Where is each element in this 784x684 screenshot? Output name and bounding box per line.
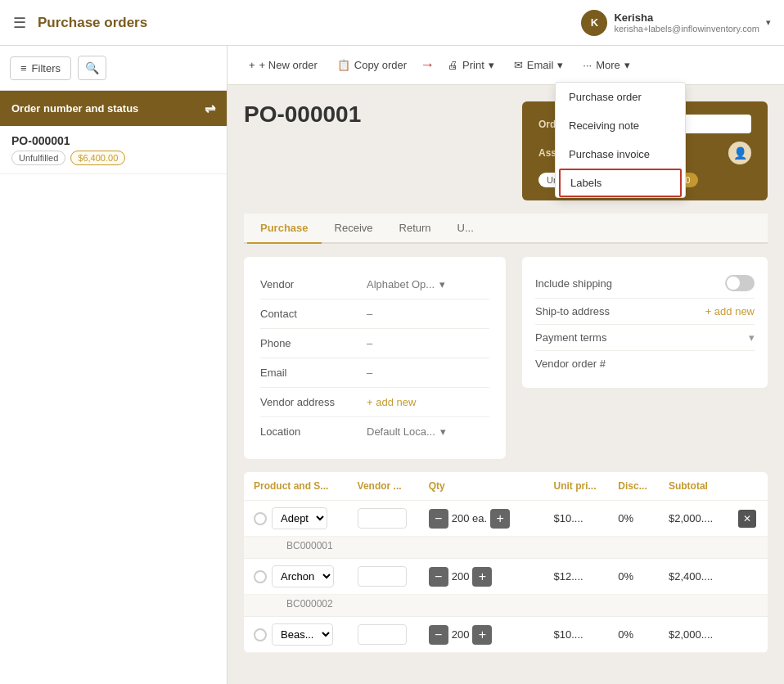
- vendor-sku-input[interactable]: [358, 624, 407, 645]
- vendor-order-row: Vendor order #: [535, 351, 755, 376]
- side-info: Include shipping Ship-to address + add n…: [522, 257, 768, 459]
- search-button[interactable]: 🔍: [78, 56, 106, 80]
- unit-price: $10....: [544, 501, 609, 537]
- vendor-label: Vendor: [260, 278, 367, 290]
- info-card: Include shipping Ship-to address + add n…: [522, 257, 768, 388]
- tabs-bar: Purchase Receive Return U...: [244, 214, 768, 244]
- vendor-address-value: + add new: [367, 396, 489, 408]
- discount: 0%: [608, 559, 659, 595]
- dropdown-item-label: Purchase invoice: [569, 148, 650, 160]
- filter-button[interactable]: ≡ Filters: [10, 56, 71, 80]
- include-shipping-toggle[interactable]: [725, 275, 755, 291]
- table-sub-row: BC000001: [244, 537, 768, 559]
- search-icon: 🔍: [85, 61, 99, 74]
- assigned-avatar[interactable]: 👤: [728, 142, 751, 164]
- product-select[interactable]: Adept: [272, 507, 327, 529]
- email-value: –: [367, 367, 489, 379]
- tab-purchase[interactable]: Purchase: [247, 214, 322, 244]
- dropdown-item-label: Purchase order: [569, 91, 642, 103]
- phone-label: Phone: [260, 337, 367, 349]
- vendor-address-add-new[interactable]: + add new: [367, 396, 416, 408]
- location-value: Default Loca... ▾: [367, 425, 489, 438]
- vendor-value: Alphabet Op... ▾: [367, 278, 489, 290]
- qty-decrease-button[interactable]: −: [429, 509, 448, 529]
- product-radio[interactable]: [254, 570, 267, 583]
- dropdown-item-purchase-order[interactable]: Purchase order: [556, 83, 685, 111]
- tab-return[interactable]: Return: [386, 214, 444, 244]
- email-button[interactable]: ✉ Email ▾: [506, 54, 572, 76]
- qty-value: 200 ea.: [452, 512, 487, 524]
- status-badge-amount: $6,400.00: [70, 151, 125, 165]
- avatar: K: [581, 10, 607, 36]
- qty-increase-button[interactable]: +: [490, 509, 510, 529]
- dropdown-item-purchase-invoice[interactable]: Purchase invoice: [556, 140, 685, 169]
- copy-order-button[interactable]: 📋 Copy order: [329, 54, 415, 76]
- dropdown-item-receiving-note[interactable]: Receiving note: [556, 111, 685, 140]
- payment-terms-chevron-icon[interactable]: ▾: [749, 331, 755, 344]
- subtotal: $2,000....: [659, 501, 725, 537]
- tab-u[interactable]: U...: [444, 214, 487, 244]
- new-order-button[interactable]: + + New order: [241, 54, 326, 76]
- sidebar-header-label: Order number and status: [11, 102, 138, 115]
- product-radio[interactable]: [254, 512, 267, 525]
- vendor-sku-input[interactable]: [358, 566, 407, 587]
- unit-price: $12....: [544, 559, 609, 595]
- vendor-address-row: Vendor address + add new: [260, 388, 489, 417]
- more-button[interactable]: ··· More ▾: [574, 54, 638, 76]
- ship-to-add-new[interactable]: + add new: [705, 305, 755, 317]
- location-label: Location: [260, 425, 367, 438]
- hamburger-menu[interactable]: ☰: [13, 14, 26, 32]
- top-nav: ☰ Purchase orders K Kerisha kerisha+labe…: [0, 0, 784, 46]
- dropdown-item-labels[interactable]: Labels: [559, 169, 682, 197]
- col-qty: Qty: [419, 472, 524, 501]
- plus-icon: +: [249, 59, 255, 71]
- sidebar-item[interactable]: PO-000001 Unfulfilled $6,400.00: [0, 126, 227, 174]
- qty-value: 200: [452, 570, 470, 583]
- unit-price: $10....: [544, 617, 609, 653]
- product-sku: BC000001: [244, 537, 768, 559]
- user-menu[interactable]: K Kerisha kerisha+labels@inflowinventory…: [581, 10, 771, 36]
- product-select[interactable]: Beas...: [272, 623, 333, 646]
- table-header-row: Product and S... Vendor ... Qty Unit pri…: [244, 472, 768, 501]
- col-discount: Disc...: [608, 472, 659, 501]
- vendor-row: Vendor Alphabet Op... ▾: [260, 270, 489, 299]
- new-order-label: + New order: [259, 59, 318, 71]
- print-button[interactable]: 🖨 Print ▾: [439, 54, 502, 76]
- col-product: Product and S...: [244, 472, 348, 501]
- sidebar-toolbar: ≡ Filters 🔍: [0, 46, 227, 91]
- status-badge-unfulfilled: Unfulfilled: [11, 151, 65, 165]
- dropdown-item-label: Receiving note: [569, 119, 639, 132]
- include-shipping-label: Include shipping: [535, 277, 612, 290]
- qty-increase-button[interactable]: +: [472, 567, 492, 587]
- print-dropdown: Purchase order Receiving note Purchase i…: [555, 82, 686, 198]
- po-content: PO-000001 Order date Assigned to 👤 Unful…: [228, 85, 784, 684]
- table-sub-row: BC000002: [244, 595, 768, 617]
- qty-increase-button[interactable]: +: [472, 625, 492, 645]
- sidebar-header: Order number and status ⇌: [0, 91, 227, 126]
- products-section: Product and S... Vendor ... Qty Unit pri…: [244, 472, 768, 653]
- include-shipping-row: Include shipping: [535, 268, 755, 299]
- vendor-order-label: Vendor order #: [535, 358, 606, 370]
- more-label: More: [596, 59, 620, 71]
- sort-icon[interactable]: ⇌: [205, 101, 215, 116]
- copy-order-label: Copy order: [354, 59, 407, 71]
- location-chevron-icon[interactable]: ▾: [440, 425, 446, 438]
- qty-decrease-button[interactable]: −: [429, 625, 448, 645]
- toggle-knob: [727, 277, 740, 290]
- form-status-layout: Vendor Alphabet Op... ▾ Contact – Phon: [244, 257, 768, 459]
- product-select[interactable]: Archon: [272, 565, 334, 587]
- order-number: PO-000001: [11, 134, 215, 147]
- email-row: Email –: [260, 358, 489, 388]
- qty-decrease-button[interactable]: −: [429, 567, 448, 587]
- remove-row-button[interactable]: ✕: [738, 510, 756, 528]
- location-row: Location Default Loca... ▾: [260, 417, 489, 446]
- user-name: Kerisha: [614, 11, 759, 24]
- products-table: Product and S... Vendor ... Qty Unit pri…: [244, 472, 768, 653]
- email-label: Email: [260, 367, 367, 379]
- vendor-sku-input[interactable]: [358, 508, 407, 529]
- product-sku: BC000002: [244, 595, 768, 617]
- tab-receive[interactable]: Receive: [322, 214, 386, 244]
- product-radio[interactable]: [254, 628, 267, 641]
- vendor-chevron-icon[interactable]: ▾: [439, 278, 445, 290]
- col-vendor-sku: Vendor ...: [348, 472, 419, 501]
